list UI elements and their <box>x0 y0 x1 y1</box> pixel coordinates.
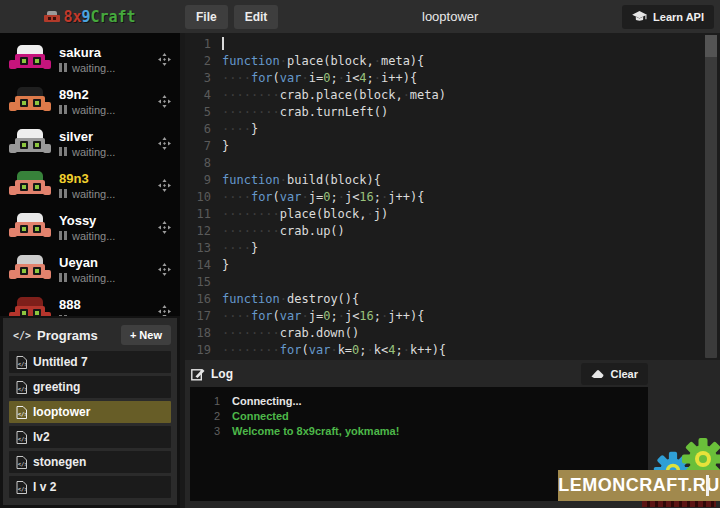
new-program-button[interactable]: + New <box>121 325 171 345</box>
svg-text:</>: </> <box>18 385 27 391</box>
player-row[interactable]: Yossy waiting... <box>0 206 180 248</box>
pause-icon <box>59 63 67 72</box>
locate-icon[interactable] <box>158 53 171 66</box>
locate-icon[interactable] <box>158 95 171 108</box>
player-row[interactable]: sakura waiting... <box>0 38 180 80</box>
crab-avatar <box>9 171 51 200</box>
code-icon: </> <box>13 330 31 341</box>
player-name: Yossy <box>59 213 158 228</box>
pause-icon <box>59 273 67 282</box>
eraser-icon <box>591 368 604 379</box>
code-line: 16function·destroy(){ <box>185 291 720 308</box>
player-status: waiting... <box>72 62 115 74</box>
program-item[interactable]: </> stonegen <box>9 451 171 473</box>
player-status: waiting... <box>72 188 115 200</box>
locate-icon[interactable] <box>158 305 171 317</box>
code-line: 19········for(var·k=0;·k<4;·k++){ <box>185 342 720 359</box>
program-item[interactable]: </> l v 2 <box>9 476 171 498</box>
locate-icon[interactable] <box>158 179 171 192</box>
app-window: 8x9Craft File Edit looptower Learn API s… <box>0 0 720 508</box>
log-entry: 3Welcome to 8x9craft, yokmama! <box>190 424 648 439</box>
player-row[interactable]: 89n2 waiting... <box>0 80 180 122</box>
player-row[interactable]: Ueyan waiting... <box>0 248 180 290</box>
programs-panel: </> Programs + New </> Untitled 7 </> gr… <box>0 316 180 508</box>
player-name: 89n2 <box>59 87 158 102</box>
player-name: silver <box>59 129 158 144</box>
code-line: 15 <box>185 274 720 291</box>
player-status: waiting... <box>72 230 115 242</box>
code-line: 9function·build(block){ <box>185 172 720 189</box>
player-row[interactable]: 89n3 waiting... <box>0 164 180 206</box>
app-logo: 8x9Craft <box>0 8 180 26</box>
programs-header: </> Programs + New <box>9 323 171 347</box>
code-line: 3····for(var·i=0;·i<4;·i++){ <box>185 70 720 87</box>
pause-icon <box>59 189 67 198</box>
code-file-icon: </> <box>16 356 27 369</box>
svg-text:</>: </> <box>18 435 27 441</box>
player-name: sakura <box>59 45 158 60</box>
svg-text:</>: </> <box>18 485 27 491</box>
code-lines: 12function·place(block,·meta){3····for(v… <box>185 33 720 360</box>
code-file-icon: </> <box>16 381 27 394</box>
code-line: 2function·place(block,·meta){ <box>185 53 720 70</box>
code-line: 11········place(block,·j) <box>185 206 720 223</box>
code-line: 4········crab.place(block,·meta) <box>185 87 720 104</box>
log-icon <box>191 367 205 381</box>
crab-avatar <box>9 129 51 158</box>
crab-avatar <box>9 255 51 284</box>
code-line: 17····for(var·j=0;·j<16;·j++){ <box>185 308 720 325</box>
pause-icon <box>59 231 67 240</box>
player-list: sakura waiting... 89n2 waiting... <box>0 33 180 316</box>
learn-api-button[interactable]: Learn API <box>622 5 714 29</box>
file-menu-button[interactable]: File <box>185 5 228 29</box>
code-line: 6····} <box>185 121 720 138</box>
text-cursor <box>222 37 224 50</box>
player-name: 89n3 <box>59 171 158 186</box>
editor-scrollbar[interactable] <box>705 35 717 358</box>
code-line: 18········crab.down() <box>185 325 720 342</box>
edit-menu-button[interactable]: Edit <box>234 5 279 29</box>
code-line: 5········crab.turnLeft() <box>185 104 720 121</box>
svg-text:</>: </> <box>18 460 27 466</box>
player-row[interactable]: 888 waiting... <box>0 290 180 316</box>
code-editor[interactable]: 12function·place(block,·meta){3····for(v… <box>185 33 720 360</box>
player-status: waiting... <box>72 272 115 284</box>
clear-log-button[interactable]: Clear <box>581 363 648 385</box>
log-title: Log <box>211 367 233 381</box>
document-title: looptower <box>278 9 622 24</box>
programs-title: Programs <box>37 328 121 343</box>
player-name: 888 <box>59 297 158 312</box>
program-item[interactable]: </> lv2 <box>9 426 171 448</box>
code-line: 10····for(var·j=0;·j<16;·j++){ <box>185 189 720 206</box>
crab-avatar <box>9 297 51 317</box>
app-header: 8x9Craft File Edit looptower Learn API <box>0 0 720 33</box>
crab-avatar <box>9 213 51 242</box>
locate-icon[interactable] <box>158 221 171 234</box>
crab-logo-icon <box>44 10 60 24</box>
code-line: 8 <box>185 155 720 172</box>
code-file-icon: </> <box>16 431 27 444</box>
locate-icon[interactable] <box>158 263 171 276</box>
log-header: Log Clear <box>185 360 720 387</box>
log-entry: 2Connected <box>190 409 648 424</box>
graduation-cap-icon <box>632 11 647 22</box>
player-name: Ueyan <box>59 255 158 270</box>
svg-text:</>: </> <box>18 410 27 416</box>
player-status: waiting... <box>72 146 115 158</box>
code-line: 12········crab.up() <box>185 223 720 240</box>
locate-icon[interactable] <box>158 137 171 150</box>
program-item[interactable]: </> greeting <box>9 376 171 398</box>
svg-text:</>: </> <box>18 360 27 366</box>
player-row[interactable]: silver waiting... <box>0 122 180 164</box>
program-item[interactable]: </> looptower <box>9 401 171 423</box>
log-entry: 1Connecting... <box>190 394 648 409</box>
logo-text: 8x <box>63 8 81 26</box>
scrollbar-thumb[interactable] <box>705 35 717 57</box>
code-line: 7} <box>185 138 720 155</box>
code-line: 1 <box>185 36 720 53</box>
code-line: 14} <box>185 257 720 274</box>
crab-avatar <box>9 87 51 116</box>
program-item[interactable]: </> Untitled 7 <box>9 351 171 373</box>
code-file-icon: </> <box>16 456 27 469</box>
pause-icon <box>59 105 67 114</box>
